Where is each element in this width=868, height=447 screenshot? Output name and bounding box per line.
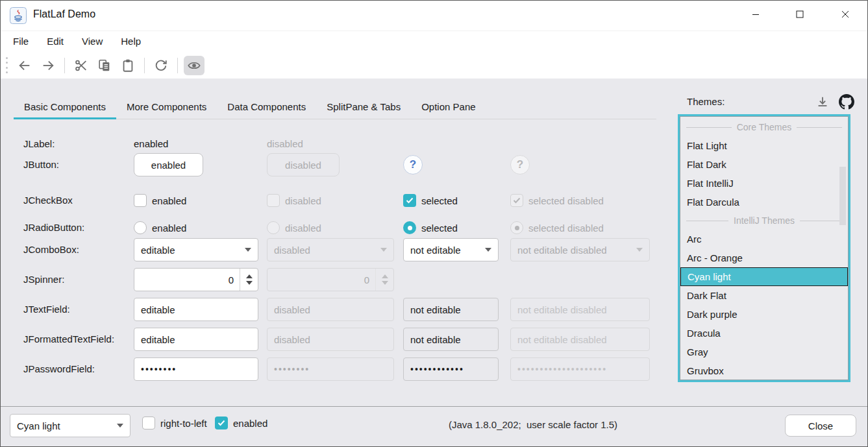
combobox-editable[interactable]: editable [134, 238, 258, 261]
enabled-checkbox-group: enabled [215, 417, 267, 429]
combobox-disabled: disabled [267, 238, 394, 261]
jradiobutton-row-label: JRadioButton: [23, 215, 84, 241]
chevron-down-icon [636, 248, 643, 252]
spinner-up-icon[interactable] [246, 274, 253, 278]
menu-edit[interactable]: Edit [38, 31, 73, 52]
passwordfield-editable[interactable]: •••••••• [134, 357, 258, 381]
right-to-left-checkbox[interactable] [142, 417, 155, 429]
formattedtextfield-not-editable-disabled: not editable disabled [510, 328, 650, 351]
combobox-not-editable-disabled: not editable disabled [510, 238, 650, 261]
spinner-disabled: 0 [267, 268, 394, 291]
enabled-checkbox[interactable] [215, 417, 228, 429]
help-button-disabled: ? [510, 155, 530, 175]
menu-help[interactable]: Help [112, 31, 150, 52]
window-title: FlatLaf Demo [33, 8, 95, 20]
check-icon [406, 197, 414, 204]
combobox-not-editable[interactable]: not editable [403, 238, 499, 261]
help-button[interactable]: ? [403, 155, 423, 175]
tab-basic-components[interactable]: Basic Components [14, 94, 116, 119]
theme-item-arc-orange[interactable]: Arc - Orange [680, 248, 848, 267]
forward-button[interactable] [38, 56, 58, 75]
theme-item-dracula[interactable]: Dracula [680, 324, 848, 343]
jlabel-row-label: JLabel: [23, 132, 55, 156]
theme-item-flat-intellij[interactable]: Flat IntelliJ [680, 174, 848, 193]
theme-item-gruvbox[interactable]: Gruvbox [680, 361, 848, 380]
checkbox-enabled[interactable] [134, 194, 147, 207]
passwordfield-not-editable[interactable]: •••••••••••• [403, 357, 499, 381]
list-separator-core-themes: Core Themes [680, 118, 848, 136]
menu-file[interactable]: File [4, 31, 38, 52]
themes-list[interactable]: Core Themes Flat Light Flat Dark Flat In… [680, 116, 849, 380]
question-icon: ? [517, 158, 523, 171]
textfield-disabled: disabled [267, 298, 394, 321]
github-icon[interactable] [839, 94, 854, 110]
theme-combobox[interactable]: Cyan light [10, 414, 130, 437]
formattedtextfield-disabled: disabled [267, 328, 394, 351]
theme-item-cyan-light[interactable]: Cyan light [680, 267, 848, 286]
enabled-label: enabled [233, 418, 267, 429]
combobox-value: disabled [274, 245, 310, 256]
menu-view[interactable]: View [73, 31, 112, 52]
question-icon: ? [410, 158, 416, 171]
close-icon [841, 10, 849, 18]
spinner-value: 0 [267, 274, 375, 285]
formattedtextfield-editable[interactable]: editable [134, 328, 258, 351]
java-icon [10, 7, 27, 24]
themes-label: Themes: [687, 96, 725, 107]
download-icon[interactable] [815, 95, 830, 110]
maximize-button[interactable] [785, 1, 815, 28]
list-separator-intellij-themes: IntelliJ Themes [680, 211, 848, 230]
theme-item-flat-darcula[interactable]: Flat Darcula [680, 193, 848, 211]
textfield-not-editable[interactable]: not editable [403, 298, 499, 321]
formattedtextfield-not-editable[interactable]: not editable [403, 328, 499, 351]
back-button[interactable] [14, 56, 35, 75]
row-jbutton: JButton: enabled disabled ? ? [1, 153, 676, 176]
radio-selected[interactable] [403, 221, 416, 234]
paste-button[interactable] [118, 56, 138, 75]
theme-item-arc[interactable]: Arc [680, 230, 848, 248]
radio-enabled[interactable] [134, 221, 147, 234]
tab-strip: Basic Components More Components Data Co… [14, 94, 656, 119]
cut-button[interactable] [71, 56, 92, 75]
jbutton-row-label: JButton: [23, 153, 59, 176]
refresh-button[interactable] [151, 56, 171, 75]
separator-label: IntelliJ Themes [734, 215, 795, 226]
theme-item-flat-dark[interactable]: Flat Dark [680, 155, 848, 174]
show-toggle-button[interactable] [184, 56, 205, 75]
toolbar-grip[interactable] [6, 57, 8, 74]
theme-item-dark-purple[interactable]: Dark purple [680, 305, 848, 324]
textfield-editable[interactable]: editable [134, 298, 258, 321]
forward-arrow-icon [41, 58, 55, 73]
copy-icon [97, 58, 112, 73]
menu-bar: File Edit View Help [1, 30, 868, 52]
checkbox-disabled [267, 194, 280, 207]
spinner-buttons[interactable] [240, 269, 258, 291]
main-panel: Basic Components More Components Data Co… [1, 79, 868, 406]
passwordfield-disabled: •••••••• [267, 357, 394, 381]
combobox-value: not editable disabled [517, 245, 607, 256]
row-jtextfield: JTextField: editable disabled not editab… [1, 298, 676, 321]
spinner-value[interactable]: 0 [134, 274, 240, 285]
spinner-down-icon[interactable] [246, 281, 253, 285]
theme-item-dark-flat[interactable]: Dark Flat [680, 286, 848, 305]
tab-data-components[interactable]: Data Components [217, 94, 316, 119]
toolbar-separator [177, 58, 178, 73]
themes-scrollbar-thumb[interactable] [839, 167, 846, 225]
spinner-enabled[interactable]: 0 [134, 268, 258, 291]
checkbox-selected-disabled-label: selected disabled [528, 195, 604, 206]
theme-item-flat-light[interactable]: Flat Light [680, 136, 848, 155]
copy-button[interactable] [94, 56, 115, 75]
theme-item-gray[interactable]: Gray [680, 343, 848, 361]
enabled-button[interactable]: enabled [134, 153, 203, 176]
tab-more-components[interactable]: More Components [116, 94, 217, 119]
close-window-button[interactable] [830, 1, 860, 28]
tab-splitpane-tabs[interactable]: SplitPane & Tabs [316, 94, 411, 119]
minimize-button[interactable] [741, 1, 771, 28]
combobox-value: editable [141, 245, 175, 256]
close-button[interactable]: Close [785, 415, 856, 437]
toolbar [1, 52, 868, 79]
checkbox-selected[interactable] [403, 194, 416, 207]
radio-disabled-label: disabled [285, 223, 321, 234]
disabled-button: disabled [267, 153, 340, 176]
tab-option-pane[interactable]: Option Pane [411, 94, 486, 119]
